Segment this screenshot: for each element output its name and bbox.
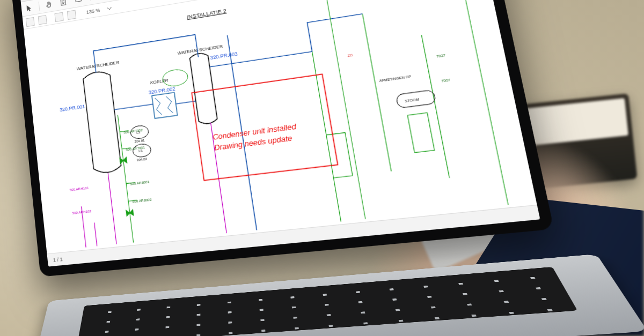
hand-tool-icon[interactable] xyxy=(44,0,54,10)
laptop-keys xyxy=(77,267,577,336)
linenote-d: 500.AP.8002 xyxy=(132,198,152,204)
page-indicator: 1 / 1 xyxy=(53,256,63,263)
svg-rect-1 xyxy=(76,0,82,2)
label-stoom: STOOM xyxy=(405,97,420,103)
tag-320pr001: 320.PR.001 xyxy=(60,103,85,113)
label-afmetingen: AFMETINGEN OP xyxy=(379,74,412,83)
rotate-right-icon[interactable] xyxy=(67,10,76,20)
svg-rect-0 xyxy=(61,0,66,5)
laptop: Rendition of PID-CE-4036.dwg xyxy=(11,0,619,336)
laptop-bezel: Rendition of PID-CE-4036.dwg xyxy=(11,0,554,277)
canvas-area: INSTALLATIE 2 WATERAFSCHEIDER WATERAFSCH… xyxy=(24,0,540,267)
magenta-lines xyxy=(74,123,226,248)
zoom-value[interactable]: 135 % xyxy=(84,6,102,15)
properties-toggle-icon[interactable] xyxy=(38,14,47,25)
app-window: Rendition of PID-CE-4036.dwg xyxy=(20,0,540,267)
linenote-c: 500.AP.8001 xyxy=(130,180,149,186)
pointer-tool-icon[interactable] xyxy=(24,3,34,14)
svg-text:204.02: 204.02 xyxy=(136,157,147,162)
rotate-left-icon[interactable] xyxy=(54,12,63,22)
ref-zo: ZO xyxy=(347,53,354,57)
sheet-border-fragments xyxy=(323,0,508,219)
vessel-320pr001: 320.PR.001 xyxy=(56,70,122,177)
drawing-title: INSTALLATIE 2 xyxy=(186,7,226,20)
shape-tool-icon[interactable] xyxy=(73,0,84,5)
instrument-ls-1: LS 204.01 xyxy=(130,125,150,144)
svg-rect-12 xyxy=(152,93,178,118)
note-tool-icon[interactable] xyxy=(58,0,69,8)
linenote-f: 500.AP.H102 xyxy=(72,210,91,215)
tag-320pr003: 320.PR.003 xyxy=(210,51,238,61)
svg-text:204.01: 204.01 xyxy=(134,138,145,143)
heat-exchanger-320pr002: 320.PR.002 xyxy=(148,86,179,119)
linenote-e: 500.AP.H101 xyxy=(69,186,89,192)
ref-r2: 7007 xyxy=(441,78,451,83)
label-waterafscheider-1: WATERAFSCHEIDER xyxy=(76,59,120,71)
arrow-tool-icon[interactable] xyxy=(88,0,99,2)
svg-rect-13 xyxy=(407,113,434,152)
ref-r1: 7027 xyxy=(436,54,446,58)
zoom-dropdown-icon[interactable] xyxy=(106,5,112,11)
thumbnails-toggle-icon[interactable] xyxy=(26,17,35,26)
